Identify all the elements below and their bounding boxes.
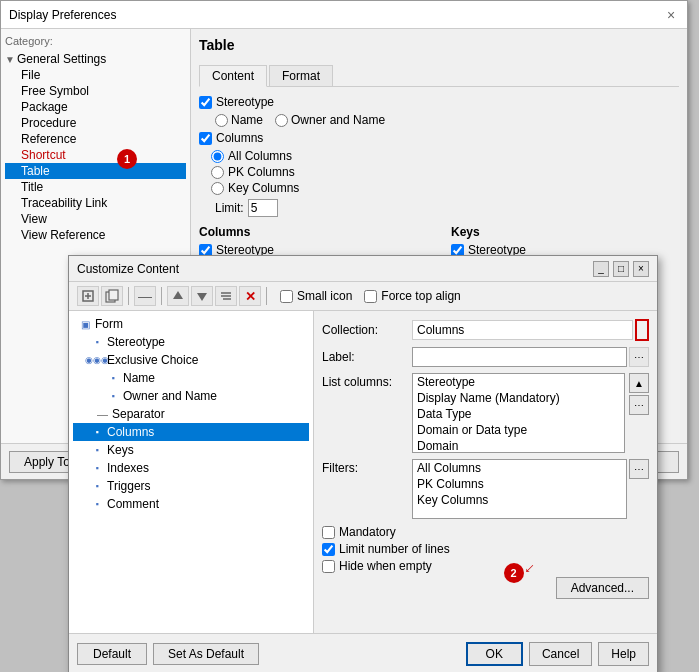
dialog-toolbar: — ✕ Small icon Force top align (69, 282, 657, 311)
advanced-wrapper: ↓ 2 Advanced... (556, 577, 649, 599)
stereotype-label: Stereotype (216, 95, 274, 109)
toolbar-move-up-btn[interactable] (167, 286, 189, 306)
owner-name-icon: ▪ (105, 389, 121, 403)
filter-key-columns[interactable]: Key Columns (413, 492, 626, 508)
tree-item-title[interactable]: Title (5, 179, 186, 195)
main-close-button[interactable]: × (663, 7, 679, 23)
tree-item-reference[interactable]: Reference (5, 131, 186, 147)
comment-icon: ▪ (89, 497, 105, 511)
ok-button[interactable]: OK (466, 642, 523, 666)
tree-node-triggers[interactable]: ▪ Triggers (73, 477, 309, 495)
keys-icon: ▪ (89, 443, 105, 457)
collection-input[interactable] (412, 320, 633, 340)
toolbar-delete-btn[interactable]: — (134, 286, 156, 306)
collection-label: Collection: (322, 323, 412, 337)
tree-item-traceability-link[interactable]: Traceability Link (5, 195, 186, 211)
key-columns-label: Key Columns (228, 181, 299, 195)
dialog-close-button[interactable]: × (633, 261, 649, 277)
force-top-align-row: Force top align (364, 289, 460, 303)
tree-node-indexes[interactable]: ▪ Indexes (73, 459, 309, 477)
tree-node-exclusive-choice[interactable]: ◉◉◉ Exclusive Choice (73, 351, 309, 369)
footer-left: Default Set As Default (77, 643, 259, 665)
list-item-stereotype[interactable]: Stereotype (413, 374, 624, 390)
limit-lines-label: Limit number of lines (339, 542, 450, 556)
tree-node-keys[interactable]: ▪ Keys (73, 441, 309, 459)
name-icon: ▪ (105, 371, 121, 385)
all-columns-radio[interactable] (211, 150, 224, 163)
name-radio[interactable] (215, 114, 228, 127)
tree-item-view-reference[interactable]: View Reference (5, 227, 186, 243)
filters-box[interactable]: All Columns PK Columns Key Columns (412, 459, 627, 519)
indexes-icon: ▪ (89, 461, 105, 475)
tree-item-general-settings[interactable]: General Settings (17, 52, 106, 66)
columns-checkbox[interactable] (199, 132, 212, 145)
filters-browse-btn[interactable]: ⋯ (629, 459, 649, 479)
tree-item-package[interactable]: Package (5, 99, 186, 115)
label-input[interactable] (412, 347, 627, 367)
list-item-domain-data-type[interactable]: Domain or Data type (413, 422, 624, 438)
tree-node-columns[interactable]: ▪ Columns (73, 423, 309, 441)
tree-item-view[interactable]: View (5, 211, 186, 227)
owner-and-name-radio[interactable] (275, 114, 288, 127)
tree-item-file[interactable]: File (5, 67, 186, 83)
limit-lines-checkbox[interactable] (322, 543, 335, 556)
help-dialog-button[interactable]: Help (598, 642, 649, 666)
set-as-default-button[interactable]: Set As Default (153, 643, 259, 665)
key-columns-radio[interactable] (211, 182, 224, 195)
list-item-domain[interactable]: Domain (413, 438, 624, 453)
choice-icon: ◉◉◉ (89, 353, 105, 367)
list-scroll-up-btn[interactable]: ▲ (629, 373, 649, 393)
toolbar-delete-item-btn[interactable]: ✕ (239, 286, 261, 306)
cancel-dialog-button[interactable]: Cancel (529, 642, 592, 666)
small-icon-checkbox[interactable] (280, 290, 293, 303)
label-row: Label: ⋯ (322, 347, 649, 367)
tree-item-free-symbol[interactable]: Free Symbol (5, 83, 186, 99)
force-top-align-checkbox[interactable] (364, 290, 377, 303)
list-columns-box[interactable]: Stereotype Display Name (Mandatory) Data… (412, 373, 625, 453)
dialog-maximize-button[interactable]: □ (613, 261, 629, 277)
tree-parent-general[interactable]: ▼ General Settings (5, 51, 186, 67)
tree-node-form[interactable]: ▣ Form (73, 315, 309, 333)
tree-node-name[interactable]: ▪ Name (73, 369, 309, 387)
toolbar-sep-3 (266, 287, 267, 305)
filter-pk-columns[interactable]: PK Columns (413, 476, 626, 492)
dialog-title: Customize Content (77, 262, 179, 276)
list-item-display-name[interactable]: Display Name (Mandatory) (413, 390, 624, 406)
filter-all-columns[interactable]: All Columns (413, 460, 626, 476)
tabs-row: Content Format (199, 65, 679, 87)
toolbar-move-down-btn[interactable] (191, 286, 213, 306)
tree-node-comment[interactable]: ▪ Comment (73, 495, 309, 513)
dialog-titlebar: Customize Content _ □ × (69, 256, 657, 282)
hide-when-empty-checkbox[interactable] (322, 560, 335, 573)
tree-node-separator[interactable]: — Separator (73, 405, 309, 423)
dialog-minimize-button[interactable]: _ (593, 261, 609, 277)
customize-dialog: Customize Content _ □ × — ✕ Small icon (68, 255, 658, 672)
mandatory-checkbox[interactable] (322, 526, 335, 539)
collection-row: Collection: (322, 319, 649, 341)
columns-label: Columns (216, 131, 263, 145)
label-browse-btn[interactable]: ⋯ (629, 347, 649, 367)
tree-node-stereotype[interactable]: ▪ Stereotype (73, 333, 309, 351)
toolbar-indent-btn[interactable] (215, 286, 237, 306)
toolbar-btn-2[interactable] (101, 286, 123, 306)
toolbar-btn-1[interactable] (77, 286, 99, 306)
force-top-align-label: Force top align (381, 289, 460, 303)
tree-item-table[interactable]: Table (5, 163, 186, 179)
tab-content[interactable]: Content (199, 65, 267, 87)
tree-node-owner-name[interactable]: ▪ Owner and Name (73, 387, 309, 405)
limit-input[interactable] (248, 199, 278, 217)
pk-columns-radio[interactable] (211, 166, 224, 179)
list-browse-btn[interactable]: ⋯ (629, 395, 649, 415)
svg-marker-6 (197, 293, 207, 301)
main-title: Display Preferences (9, 8, 116, 22)
stereotype-checkbox[interactable] (199, 96, 212, 109)
pk-columns-row: PK Columns (211, 165, 679, 179)
tree-item-procedure[interactable]: Procedure (5, 115, 186, 131)
tree-item-shortcut[interactable]: Shortcut (5, 147, 186, 163)
default-button[interactable]: Default (77, 643, 147, 665)
list-item-data-type[interactable]: Data Type (413, 406, 624, 422)
columns-row: Columns (199, 131, 679, 145)
tab-format[interactable]: Format (269, 65, 333, 86)
advanced-button[interactable]: Advanced... (556, 577, 649, 599)
mandatory-row: Mandatory (322, 525, 649, 539)
